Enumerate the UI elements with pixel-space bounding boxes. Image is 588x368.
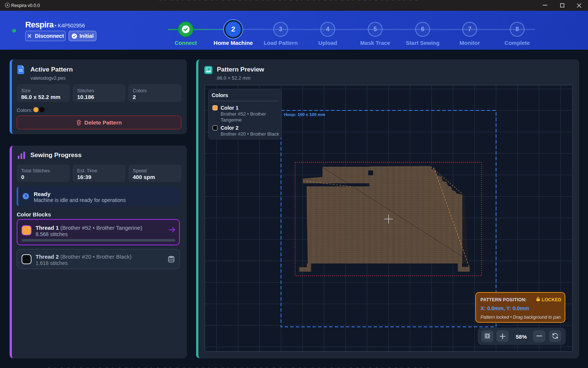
svg-text:Hoop: 100 x 100 mm: Hoop: 100 x 100 mm — [284, 112, 325, 117]
